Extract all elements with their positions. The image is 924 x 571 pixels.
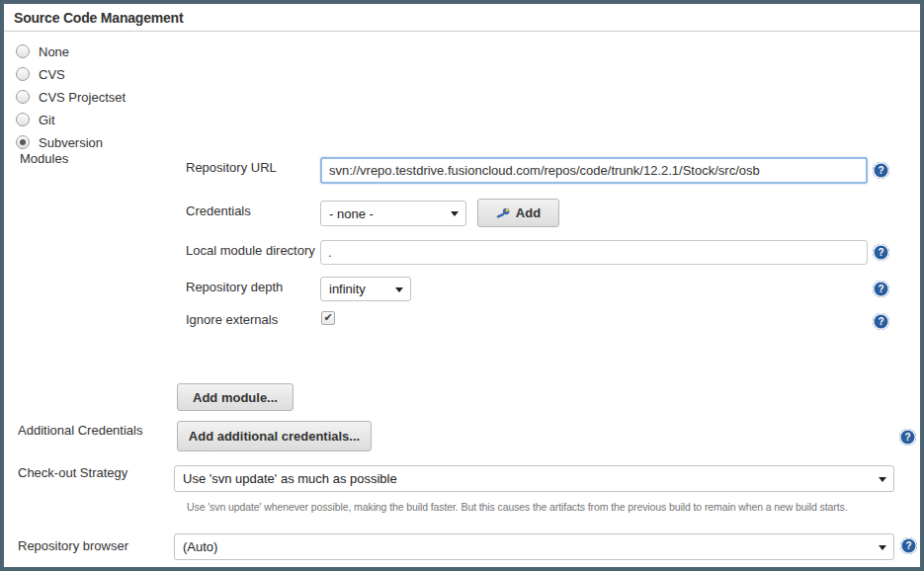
credentials-add-button-label: Add [516,205,541,220]
credentials-add-button[interactable]: Add [477,199,559,227]
checkout-strategy-selected-value: Use 'svn update' as much as possible [183,471,397,486]
chevron-down-icon [451,211,459,216]
additional-credentials-label: Additional Credentials [18,423,142,438]
radio-subversion[interactable] [16,135,30,149]
repository-browser-selected-value: (Auto) [183,539,217,554]
local-module-directory-input[interactable] [320,240,868,265]
ignore-externals-help-icon[interactable] [873,313,889,330]
title-divider [4,31,920,32]
checkout-strategy-description: Use 'svn update' whenever possible, maki… [187,501,847,513]
ignore-externals-label: Ignore externals [186,312,278,327]
add-module-button[interactable]: Add module... [177,383,294,411]
repository-depth-selected-value: infinity [329,282,366,296]
add-module-button-label: Add module... [193,390,278,405]
section-title: Source Code Management [14,10,183,26]
repository-depth-help-icon[interactable] [873,281,889,297]
radio-label[interactable]: Subversion [39,135,103,150]
repository-url-help-icon[interactable] [873,162,889,179]
add-additional-credentials-button[interactable]: Add additional credentials... [177,421,372,451]
repository-depth-select[interactable]: infinity [320,277,411,301]
radio-label[interactable]: CVS Projectset [39,90,126,105]
repository-depth-label: Repository depth [186,280,283,294]
ignore-externals-checkbox[interactable] [321,311,335,325]
scm-option-none[interactable]: None [16,41,69,62]
chevron-down-icon [879,545,886,550]
radio-git[interactable] [16,113,30,126]
credentials-selected-value: - none - [329,206,374,221]
scm-option-git[interactable]: Git [16,109,55,130]
modules-section-label: Modules [20,151,68,166]
repository-browser-label: Repository browser [18,538,128,553]
chevron-down-icon [879,477,886,482]
chevron-down-icon [395,287,403,292]
radio-cvs[interactable] [16,67,30,81]
repository-url-label: Repository URL [186,160,277,175]
add-additional-credentials-button-label: Add additional credentials... [189,429,360,444]
scm-option-cvs[interactable]: CVS [16,63,65,85]
repository-browser-select[interactable]: (Auto) [174,533,894,560]
additional-credentials-help-icon[interactable] [899,429,916,446]
scm-option-subversion[interactable]: Subversion [16,131,103,153]
local-module-directory-label: Local module directory [186,243,315,258]
credentials-label: Credentials [186,204,251,218]
checkout-strategy-label: Check-out Strategy [18,465,127,480]
radio-label[interactable]: Git [39,113,55,127]
scm-option-cvs-projectset[interactable]: CVS Projectset [16,86,126,108]
credentials-select[interactable]: - none - [320,201,466,226]
repository-url-input[interactable] [320,157,868,184]
radio-cvs-projectset[interactable] [16,90,30,104]
radio-none[interactable] [16,44,30,58]
local-module-directory-help-icon[interactable] [873,244,889,261]
checkout-strategy-select[interactable]: Use 'svn update' as much as possible [174,465,894,492]
repository-browser-help-icon[interactable] [900,537,917,554]
radio-label[interactable]: CVS [39,67,65,82]
key-icon [496,206,511,220]
radio-label[interactable]: None [39,44,69,59]
source-code-management-panel: Source Code Management None CVS CVS Proj… [0,0,924,571]
